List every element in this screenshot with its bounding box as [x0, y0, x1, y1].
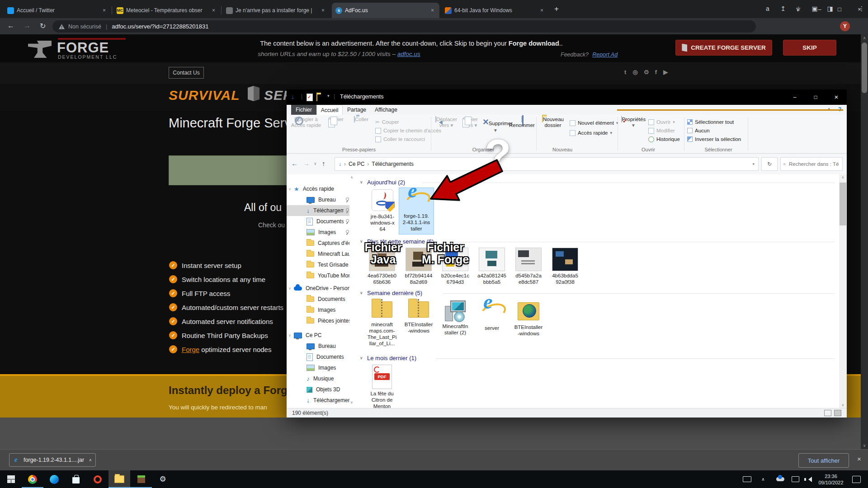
skip-button[interactable]: SKIP	[783, 40, 836, 56]
steam-icon[interactable]: ◎	[632, 69, 637, 75]
file-week-5[interactable]: d545b7a2ae8dc587	[511, 248, 546, 285]
explorer-maximize-button[interactable]: □	[805, 89, 826, 105]
tab-partage[interactable]: Partage	[343, 105, 371, 115]
copy-button[interactable]: Copier	[324, 117, 348, 122]
sidebar-item-test-grisade[interactable]: Test Grisade	[287, 259, 349, 270]
sidebar-item-documents[interactable]: Documents	[287, 216, 349, 227]
properties-button[interactable]: Propriétés▾	[620, 117, 646, 128]
move-to-button[interactable]: Déplacervers ▾	[434, 117, 459, 128]
tab-close-icon[interactable]: ×	[429, 6, 436, 14]
new-tab-button[interactable]: +	[550, 0, 563, 18]
sidebar-item-musique[interactable]: ♪Musique	[287, 373, 349, 384]
breadcrumb-ce-pc[interactable]: Ce PC	[349, 161, 364, 167]
new-item-button[interactable]: Nouvel élément▾	[570, 119, 618, 127]
reload-icon[interactable]: ↻	[40, 22, 46, 30]
touch-keyboard-icon[interactable]	[741, 470, 753, 488]
tab-close-icon[interactable]: ×	[101, 6, 108, 14]
tab-adfocus-active[interactable]: s AdFoc.us ×	[332, 3, 439, 18]
sidebar-item-pc-bureau[interactable]: Bureau	[287, 341, 349, 352]
sidebar-item-minecraft-launcher[interactable]: Minecraft Launc	[287, 249, 349, 259]
sidebar-scroll-down-icon[interactable]: ∨	[350, 400, 353, 404]
sidebar-item-objets-3d[interactable]: Objets 3D	[287, 384, 349, 395]
sidebar-item-od-documents[interactable]: Documents	[287, 294, 349, 305]
edit-button[interactable]: Modifier	[648, 127, 675, 135]
sidebar-item-bureau[interactable]: Bureau	[287, 194, 349, 205]
bookmark-star-icon[interactable]: ☆	[794, 4, 803, 13]
scroll-up-icon[interactable]: ∧	[861, 34, 868, 42]
report-ad-link[interactable]: Report Ad	[592, 52, 618, 58]
breadcrumb-telechargements[interactable]: Téléchargements	[372, 161, 414, 167]
file-bteinstaller-folder[interactable]: BTEInstaller-windows	[511, 300, 546, 337]
download-chevron-icon[interactable]: ∧	[89, 458, 92, 462]
qat-customize-icon[interactable]: ▾	[327, 94, 330, 98]
group-collapse-icon[interactable]: ∨	[360, 180, 363, 184]
tab-accueil[interactable]: Accueil	[316, 105, 343, 115]
scrollbar-thumb[interactable]	[862, 42, 867, 93]
sidebar-item-telechargements-selected[interactable]: ↓Téléchargeme	[287, 205, 349, 216]
taskbar-store[interactable]	[65, 470, 87, 488]
nav-back-icon[interactable]: ←	[291, 160, 298, 167]
start-button[interactable]	[0, 470, 22, 488]
scroll-up-icon[interactable]: ∧	[839, 175, 847, 179]
file-scrollbar[interactable]: ∧ ∨	[839, 174, 847, 408]
rename-button[interactable]: Renommer	[509, 117, 534, 128]
facebook-icon[interactable]: f	[655, 69, 657, 75]
sidebar-item-pc-images[interactable]: Images	[287, 362, 349, 373]
invert-selection-button[interactable]: Inverser la sélection	[687, 135, 741, 143]
nav-recent-icon[interactable]: ∨	[314, 161, 317, 166]
group-collapse-icon[interactable]: ∨	[360, 291, 363, 295]
nav-forward-icon[interactable]: →	[303, 160, 310, 167]
file-server[interactable]: e server	[475, 300, 509, 331]
extensions-icon[interactable]: ▣	[810, 4, 819, 13]
nav-up-icon[interactable]: ↑	[322, 160, 326, 167]
sidebar-item-pc-documents[interactable]: Documents	[287, 352, 349, 362]
tab-java[interactable]: 64-bit Java for Windows ×	[441, 3, 549, 18]
tab-fichier[interactable]: Fichier	[291, 105, 316, 115]
download-chip-forge-jar[interactable]: e forge-1.19.2-43.1.1....jar ∧	[9, 453, 96, 467]
taskbar-opera[interactable]	[87, 470, 108, 488]
explorer-titlebar[interactable]: ↓ | ✓ ▾ | Téléchargements – □ ×	[287, 89, 847, 105]
translate-icon[interactable]: a	[763, 4, 772, 13]
contact-us-button[interactable]: Contact Us	[169, 67, 204, 79]
taskbar-chrome[interactable]	[22, 470, 43, 488]
page-scrollbar[interactable]: ∧ ∨	[861, 34, 868, 449]
file-bteinstaller-zip[interactable]: BTEInstaller-windows	[401, 300, 436, 334]
action-center-icon[interactable]	[849, 470, 863, 488]
taskbar-minecraft[interactable]	[130, 470, 152, 488]
tab-close-icon[interactable]: ×	[538, 6, 545, 14]
qat-new-folder-icon[interactable]	[316, 94, 317, 101]
menu-kebab-icon[interactable]: ⋮	[857, 4, 866, 13]
paste-shortcut-button[interactable]: Coller le raccourci	[375, 135, 425, 143]
scroll-down-icon[interactable]: ∨	[861, 442, 868, 449]
tab-close-icon[interactable]: ×	[210, 6, 217, 14]
adfocus-link[interactable]: adfoc.us	[397, 51, 420, 57]
group-header-last-month[interactable]: Le mois dernier (1)	[367, 355, 416, 361]
sidebar-item-youtube-montage[interactable]: YouTube Monta	[287, 270, 349, 281]
search-box[interactable]	[780, 157, 843, 171]
create-forge-server-button[interactable]: CREATE FORGE SERVER	[675, 40, 772, 56]
pin-to-quick-access-button[interactable]: Épingler àAccès rapide	[290, 117, 322, 128]
taskbar-file-explorer-active[interactable]	[108, 470, 130, 488]
download-bar-close-icon[interactable]: ×	[857, 455, 861, 463]
select-none-button[interactable]: Aucun	[687, 127, 710, 135]
explorer-minimize-button[interactable]: –	[784, 89, 805, 105]
thumbnail-view-icon[interactable]	[834, 410, 841, 416]
copy-to-button[interactable]: Copiervers ▾	[459, 117, 481, 128]
sidebar-item-captures[interactable]: Captures d'écran	[287, 238, 349, 249]
network-icon[interactable]	[789, 470, 801, 488]
reddit-icon[interactable]: ʘ	[644, 69, 649, 75]
copy-path-button[interactable]: Copier le chemin d'accès	[375, 127, 441, 135]
sidebar-item-onedrive[interactable]: ∨OneDrive - Person	[287, 283, 349, 294]
twitter-icon[interactable]: t	[624, 69, 626, 75]
scroll-down-icon[interactable]: ∨	[839, 403, 847, 407]
file-jre-installer[interactable]: jre-8u341-windows-x64	[367, 188, 398, 232]
file-pdf-citron-menton[interactable]: PDF La fête duCitron deMenton	[365, 365, 399, 408]
select-all-button[interactable]: Sélectionner tout	[687, 118, 734, 126]
side-panel-icon[interactable]: ◨	[826, 4, 835, 13]
taskbar-settings[interactable]: ⚙	[152, 470, 174, 488]
open-button[interactable]: Ouvrir▾	[648, 118, 675, 126]
history-button[interactable]: Historique	[648, 135, 680, 143]
paste-button[interactable]: Coller	[349, 117, 373, 122]
search-input[interactable]	[788, 161, 840, 167]
back-icon[interactable]: ←	[7, 22, 14, 30]
